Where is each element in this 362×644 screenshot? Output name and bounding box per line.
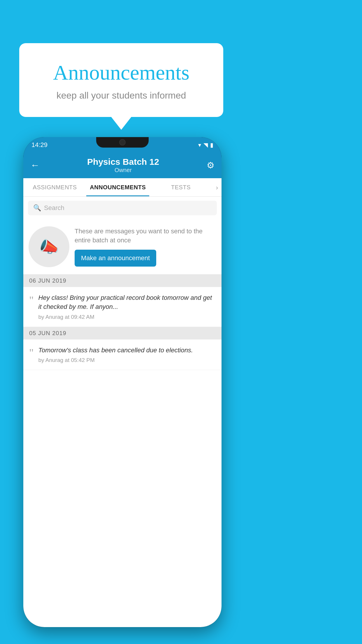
announcement-meta-2: by Anurag at 05:42 PM <box>38 357 216 363</box>
status-time: 14:29 <box>31 141 48 149</box>
tab-announcements[interactable]: ANNOUNCEMENTS <box>86 178 149 196</box>
date-text-2: 05 JUN 2019 <box>29 330 66 337</box>
date-header-2: 05 JUN 2019 <box>23 327 222 340</box>
search-placeholder: Search <box>44 204 64 212</box>
announcement-text-2: Tomorrow's class has been cancelled due … <box>38 346 216 364</box>
promo-icon-circle: 📣 <box>29 226 69 267</box>
announcement-promo: 📣 These are messages you want to send to… <box>23 219 222 274</box>
search-bar-container: 🔍 Search <box>23 197 222 219</box>
announcement-message-1: Hey class! Bring your practical record b… <box>38 293 216 312</box>
phone-body: 14:29 ▾ ◥ ▮ ← Physics Batch 12 Owner ⚙ A… <box>23 137 222 627</box>
signal-icon: ◥ <box>203 141 208 148</box>
back-button[interactable]: ← <box>30 160 40 171</box>
announcement-meta-1: by Anurag at 09:42 AM <box>38 314 216 320</box>
status-icons: ▾ ◥ ▮ <box>198 141 213 148</box>
tabs-bar: ASSIGNMENTS ANNOUNCEMENTS TESTS › <box>23 178 222 197</box>
phone-wrapper: 14:29 ▾ ◥ ▮ ← Physics Batch 12 Owner ⚙ A… <box>23 137 222 627</box>
header-title: Physics Batch 12 <box>40 157 207 167</box>
speech-bubble-title: Announcements <box>34 61 209 85</box>
phone-notch <box>96 137 149 148</box>
header-title-block: Physics Batch 12 Owner <box>40 157 207 174</box>
announcement-item-1[interactable]: " Hey class! Bring your practical record… <box>23 287 222 327</box>
phone-screen: ASSIGNMENTS ANNOUNCEMENTS TESTS › 🔍 Sear… <box>23 178 222 627</box>
announcement-text-1: Hey class! Bring your practical record b… <box>38 293 216 320</box>
date-text-1: 06 JUN 2019 <box>29 277 66 284</box>
date-header-1: 06 JUN 2019 <box>23 274 222 287</box>
announcement-message-2: Tomorrow's class has been cancelled due … <box>38 346 216 355</box>
promo-text-block: These are messages you want to send to t… <box>75 227 216 267</box>
search-bar[interactable]: 🔍 Search <box>28 201 217 215</box>
announcement-item-2[interactable]: " Tomorrow's class has been cancelled du… <box>23 340 222 370</box>
battery-icon: ▮ <box>210 141 213 148</box>
tab-tests[interactable]: TESTS <box>149 178 212 196</box>
tab-assignments[interactable]: ASSIGNMENTS <box>23 178 86 196</box>
quote-icon-2: " <box>29 347 34 358</box>
speech-bubble-subtitle: keep all your students informed <box>34 90 209 101</box>
quote-icon-1: " <box>29 295 34 306</box>
phone-camera <box>119 139 126 146</box>
tab-more[interactable]: › <box>212 178 222 196</box>
promo-description: These are messages you want to send to t… <box>75 227 216 245</box>
make-announcement-button[interactable]: Make an announcement <box>75 250 156 267</box>
gear-icon[interactable]: ⚙ <box>207 160 215 170</box>
wifi-icon: ▾ <box>198 141 201 148</box>
app-header: ← Physics Batch 12 Owner ⚙ <box>23 153 222 178</box>
search-icon: 🔍 <box>33 204 41 212</box>
speech-bubble-container: Announcements keep all your students inf… <box>19 43 223 117</box>
megaphone-icon: 📣 <box>39 237 59 256</box>
header-subtitle: Owner <box>40 167 207 174</box>
speech-bubble: Announcements keep all your students inf… <box>19 43 223 117</box>
